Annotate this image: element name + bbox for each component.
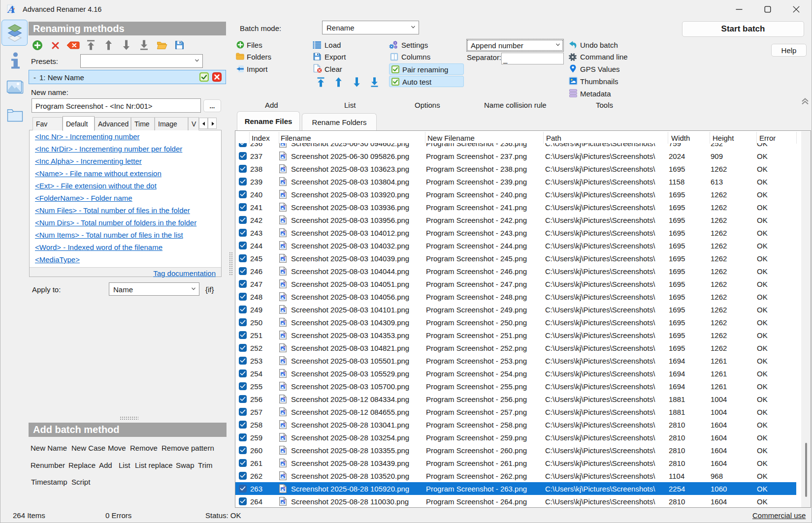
table-row[interactable]: 253Screenshot 2025-08-03 105501.pngProgr… — [235, 354, 796, 367]
move-method-top-button[interactable] — [86, 40, 96, 50]
tag-link[interactable]: <Ext> - File extension without the dot — [35, 182, 157, 189]
add-method-add[interactable]: Add — [99, 461, 112, 469]
clear-list-button[interactable]: Clear — [325, 65, 342, 73]
add-method-button[interactable] — [32, 40, 42, 50]
row-checkbox[interactable] — [239, 318, 247, 326]
col-header-path[interactable]: Path — [546, 134, 561, 142]
tab-scroll-right[interactable] — [208, 118, 217, 129]
row-checkbox[interactable] — [239, 485, 247, 492]
new-name-input[interactable]: Program Screenshot - <Inc Nr:001> — [32, 98, 201, 113]
table-row[interactable]: 239Screenshot 2025-08-03 103804.pngProgr… — [235, 175, 796, 188]
tag-link[interactable]: <Num Files> - Total number of files in t… — [35, 207, 190, 214]
tag-link[interactable]: <MediaType> — [35, 256, 80, 263]
tag-link[interactable]: <Inc Nr> - Incrementing number — [35, 133, 140, 140]
column-separator[interactable] — [756, 132, 757, 144]
row-checkbox[interactable] — [239, 446, 247, 454]
table-row[interactable]: 244Screenshot 2025-08-03 104032.pngProgr… — [235, 239, 796, 252]
table-row[interactable]: 261Screenshot 2025-08-28 103439.pngProgr… — [235, 457, 796, 469]
auto-test-checkbox[interactable] — [391, 78, 399, 86]
row-checkbox[interactable] — [239, 472, 247, 480]
row-checkbox[interactable] — [239, 421, 247, 429]
table-row[interactable]: 259Screenshot 2025-08-28 103254.pngProgr… — [235, 431, 796, 444]
table-row[interactable]: 237Screenshot 2025-06-30 095826.pngProgr… — [235, 150, 796, 162]
row-checkbox[interactable] — [239, 293, 247, 301]
help-button[interactable]: Help — [771, 44, 807, 57]
tag-link[interactable]: <Name> - File name without extension — [35, 170, 162, 177]
open-preset-button[interactable] — [157, 40, 167, 50]
load-list-button[interactable]: Load — [325, 41, 341, 49]
row-checkbox[interactable] — [239, 306, 247, 313]
table-row[interactable]: 242Screenshot 2025-08-03 103956.pngProgr… — [235, 214, 796, 226]
add-method-remove-pattern[interactable]: Remove pattern — [162, 444, 214, 452]
add-folders-button[interactable]: Folders — [247, 53, 271, 61]
col-header-height[interactable]: Height — [713, 134, 734, 142]
method-enabled-checkbox[interactable] — [199, 72, 209, 82]
move-file-top-button[interactable] — [317, 77, 325, 87]
row-checkbox[interactable] — [239, 203, 247, 211]
import-button[interactable]: Import — [247, 65, 268, 73]
collision-rule-dropdown[interactable]: Append number — [466, 39, 564, 52]
row-checkbox[interactable] — [239, 331, 247, 339]
table-row[interactable]: 260Screenshot 2025-08-28 103355.pngProgr… — [235, 444, 796, 457]
row-checkbox[interactable] — [239, 143, 247, 147]
close-button[interactable] — [785, 0, 808, 19]
table-row[interactable]: 249Screenshot 2025-08-03 104101.pngProgr… — [235, 303, 796, 316]
column-separator[interactable] — [249, 132, 250, 144]
column-separator[interactable] — [796, 132, 797, 144]
table-row[interactable]: 241Screenshot 2025-08-03 103936.pngProgr… — [235, 201, 796, 214]
column-separator[interactable] — [279, 132, 279, 144]
row-checkbox[interactable] — [239, 242, 247, 249]
add-method-list-replace[interactable]: List replace — [135, 461, 173, 469]
move-file-down-button[interactable] — [353, 77, 361, 87]
tag-link[interactable]: <Num Dirs> - Total number of folders in … — [35, 219, 196, 226]
table-row[interactable]: 255Screenshot 2025-08-03 105700.pngProgr… — [235, 380, 796, 393]
table-row[interactable]: 246Screenshot 2025-08-03 104044.pngProgr… — [235, 265, 796, 277]
add-method-new-name[interactable]: New Name — [31, 444, 67, 452]
add-method-script[interactable]: Script — [71, 478, 90, 486]
table-row[interactable]: 245Screenshot 2025-08-03 104039.pngProgr… — [235, 252, 796, 265]
table-row[interactable]: 240Screenshot 2025-08-03 103920.pngProgr… — [235, 188, 796, 201]
tag-tab-fav[interactable]: Fav — [32, 117, 63, 130]
row-checkbox[interactable] — [239, 229, 247, 237]
move-file-bottom-button[interactable] — [370, 77, 379, 87]
table-row[interactable]: 263Screenshot 2025-08-28 105920.pngProgr… — [235, 482, 796, 495]
metadata-button[interactable]: Metadata — [580, 90, 611, 97]
undo-batch-button[interactable]: Undo batch — [580, 41, 618, 49]
tag-link[interactable]: <Inc NrDir> - Incrementing number per fo… — [35, 145, 182, 153]
horizontal-splitter-grip[interactable] — [120, 416, 138, 420]
row-checkbox[interactable] — [239, 267, 247, 275]
col-header-new-filename[interactable]: New Filename — [427, 134, 475, 142]
save-preset-button[interactable] — [175, 40, 184, 50]
row-checkbox[interactable] — [239, 497, 247, 505]
add-method-renumber[interactable]: Renumber — [31, 461, 65, 469]
maximize-button[interactable] — [756, 0, 779, 19]
add-method-remove[interactable]: Remove — [130, 444, 158, 452]
table-row[interactable]: 250Screenshot 2025-08-03 104309.pngProgr… — [235, 316, 796, 329]
remove-all-methods-button[interactable] — [66, 41, 80, 49]
add-method-move[interactable]: Move — [108, 444, 126, 452]
minimize-button[interactable] — [728, 0, 750, 19]
row-checkbox[interactable] — [239, 433, 247, 441]
table-row[interactable]: 248Screenshot 2025-08-03 104056.pngProgr… — [235, 290, 796, 303]
row-checkbox[interactable] — [239, 190, 247, 198]
if-label[interactable]: {if} — [205, 286, 214, 293]
start-batch-button[interactable]: Start batch — [682, 21, 804, 37]
add-method-trim[interactable]: Trim — [198, 461, 212, 469]
gps-values-button[interactable]: GPS Values — [580, 65, 620, 73]
tab-rename-folders[interactable]: Rename Folders — [302, 113, 377, 131]
table-row[interactable]: 256Screenshot 2025-08-12 084334.pngProgr… — [235, 393, 796, 405]
tag-link[interactable]: <Word> - Indexed word of the filename — [35, 244, 162, 251]
remove-method-button[interactable] — [52, 42, 59, 49]
presets-dropdown[interactable] — [80, 54, 203, 68]
columns-button[interactable]: Columns — [401, 53, 430, 61]
col-header-filename[interactable]: Filename — [281, 134, 311, 142]
row-checkbox[interactable] — [239, 357, 247, 365]
auto-test-toggle[interactable]: Auto test — [389, 76, 464, 87]
tag-tab-default[interactable]: Default — [63, 116, 95, 131]
row-checkbox[interactable] — [239, 408, 247, 416]
export-list-button[interactable]: Export — [325, 53, 346, 61]
add-method-list[interactable]: List — [119, 461, 130, 469]
table-row[interactable]: 238Screenshot 2025-08-03 103623.pngProgr… — [235, 162, 796, 175]
row-checkbox[interactable] — [239, 395, 247, 403]
pattern-browse-button[interactable]: ... — [203, 99, 221, 112]
